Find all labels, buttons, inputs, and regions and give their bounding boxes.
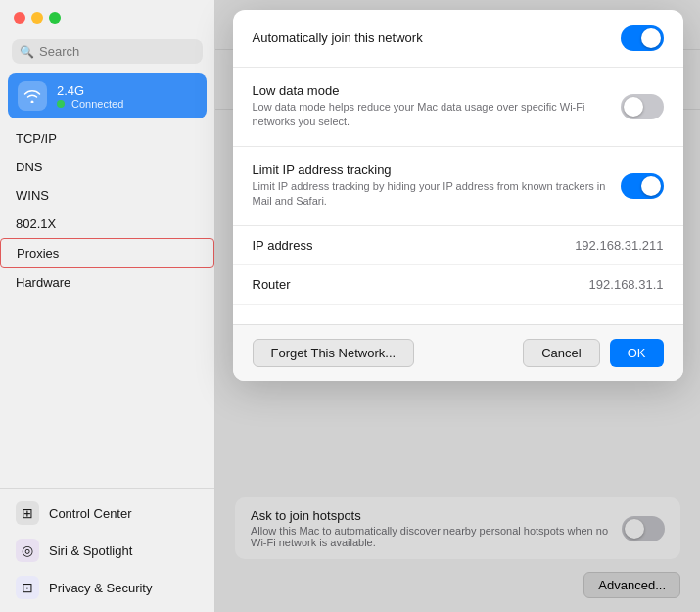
wifi-network-icon bbox=[18, 81, 47, 111]
sidebar-link-dns[interactable]: DNS bbox=[0, 153, 214, 181]
cancel-button[interactable]: Cancel bbox=[523, 339, 599, 367]
search-container: 🔍 bbox=[12, 39, 203, 64]
limit-ip-title: Limit IP address tracking bbox=[253, 163, 609, 177]
limit-ip-desc: Limit IP address tracking by hiding your… bbox=[253, 179, 609, 210]
status-dot bbox=[57, 100, 65, 108]
search-input[interactable] bbox=[39, 44, 195, 59]
low-data-section: Low data mode Low data mode helps reduce… bbox=[233, 68, 683, 147]
sidebar-bottom: ⊞ Control Center ◎ Siri & Spotlight ⊡ Pr… bbox=[0, 488, 214, 612]
sidebar-links: TCP/IP DNS WINS 802.1X Proxies Hardware bbox=[0, 120, 214, 488]
ok-button[interactable]: OK bbox=[610, 339, 664, 367]
maximize-button[interactable] bbox=[49, 12, 61, 24]
ip-address-label: IP address bbox=[253, 238, 313, 253]
auto-join-content: Automatically join this network bbox=[253, 30, 609, 47]
router-label: Router bbox=[253, 277, 291, 292]
sidebar-item-siri[interactable]: ◎ Siri & Spotlight bbox=[0, 532, 214, 569]
sidebar-link-wins[interactable]: WINS bbox=[0, 181, 214, 210]
ip-address-row: IP address 192.168.31.211 bbox=[233, 226, 683, 265]
low-data-content: Low data mode Low data mode helps reduce… bbox=[253, 83, 609, 130]
sidebar: 🔍 2.4G Connected TCP/IP DNS WINS bbox=[0, 0, 215, 612]
modal-footer: Forget This Network... Cancel OK bbox=[233, 324, 683, 381]
sidebar-link-hardware[interactable]: Hardware bbox=[0, 268, 214, 297]
traffic-lights bbox=[0, 0, 214, 29]
low-data-title: Low data mode bbox=[253, 83, 609, 98]
network-settings-modal: Automatically join this network Low data… bbox=[233, 10, 683, 381]
sidebar-item-control-center[interactable]: ⊞ Control Center bbox=[0, 494, 214, 532]
network-name: 2.4G bbox=[57, 83, 197, 98]
limit-ip-toggle[interactable] bbox=[621, 173, 664, 199]
sidebar-item-privacy[interactable]: ⊡ Privacy & Security bbox=[0, 569, 214, 606]
network-info: 2.4G Connected bbox=[57, 83, 197, 110]
close-button[interactable] bbox=[14, 12, 25, 24]
auto-join-section: Automatically join this network bbox=[233, 10, 683, 68]
modal-footer-right: Cancel OK bbox=[523, 339, 663, 367]
limit-ip-content: Limit IP address tracking Limit IP addre… bbox=[253, 163, 609, 210]
auto-join-toggle[interactable] bbox=[621, 25, 664, 51]
sidebar-link-tcpip[interactable]: TCP/IP bbox=[0, 124, 214, 153]
router-row: Router 192.168.31.1 bbox=[233, 265, 683, 305]
limit-ip-section: Limit IP address tracking Limit IP addre… bbox=[233, 147, 683, 226]
forget-network-button[interactable]: Forget This Network... bbox=[253, 339, 415, 367]
router-value: 192.168.31.1 bbox=[589, 277, 664, 292]
sidebar-link-8021x[interactable]: 802.1X bbox=[0, 210, 214, 238]
network-item-2g[interactable]: 2.4G Connected bbox=[8, 73, 207, 118]
sidebar-link-proxies[interactable]: Proxies bbox=[0, 238, 214, 268]
search-icon: 🔍 bbox=[20, 45, 34, 59]
main-content-area: ‹ Wi-Fi Wi-Fi Automatically join this ne… bbox=[215, 0, 700, 612]
privacy-icon: ⊡ bbox=[16, 576, 39, 599]
auto-join-title: Automatically join this network bbox=[253, 30, 609, 45]
control-center-icon: ⊞ bbox=[16, 501, 39, 525]
modal-spacer bbox=[233, 305, 683, 324]
network-status: Connected bbox=[57, 98, 197, 110]
siri-icon: ◎ bbox=[16, 539, 39, 562]
modal-overlay: Automatically join this network Low data… bbox=[215, 0, 700, 612]
low-data-toggle[interactable] bbox=[621, 94, 664, 119]
ip-address-value: 192.168.31.211 bbox=[575, 238, 663, 253]
low-data-desc: Low data mode helps reduce your Mac data… bbox=[253, 100, 609, 130]
minimize-button[interactable] bbox=[31, 12, 43, 24]
